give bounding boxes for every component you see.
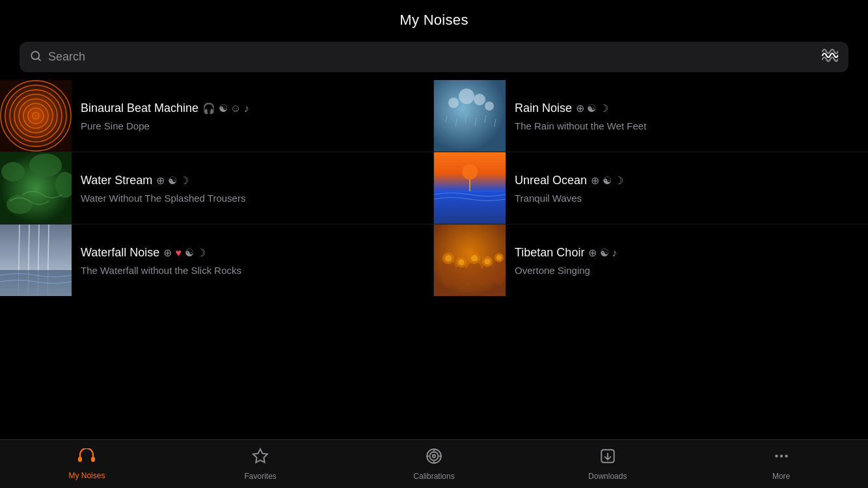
noise-item-binaural[interactable]: Binaural Beat Machine 🎧 ☯ ☺ ♪ Pure Sine … bbox=[0, 80, 434, 152]
noise-info-rain: Rain Noise ⊕ ☯ ☽ The Rain without the We… bbox=[506, 80, 868, 152]
noise-info-unreal-ocean: Unreal Ocean ⊕ ☯ ☽ Tranquil Waves bbox=[506, 152, 868, 224]
nav-item-favorites[interactable]: Favorites bbox=[174, 440, 347, 488]
svg-point-44 bbox=[485, 259, 491, 265]
search-icon bbox=[30, 50, 42, 64]
noise-subtitle-rain: The Rain without the Wet Feet bbox=[515, 120, 859, 131]
svg-rect-46 bbox=[78, 457, 82, 462]
svg-point-22 bbox=[462, 164, 478, 180]
download-icon bbox=[599, 448, 616, 468]
noise-info-binaural: Binaural Beat Machine 🎧 ☯ ☺ ♪ Pure Sine … bbox=[72, 80, 433, 152]
svg-point-35 bbox=[493, 260, 506, 285]
noise-info-tibetan: Tibetan Choir ⊕ ☯ ♪ Overtone Singing bbox=[506, 224, 868, 296]
noise-subtitle-unreal-ocean: Tranquil Waves bbox=[515, 193, 859, 204]
search-bar[interactable] bbox=[20, 42, 848, 72]
svg-point-32 bbox=[454, 265, 468, 288]
star-icon bbox=[252, 448, 269, 468]
dots-icon bbox=[773, 448, 790, 468]
svg-marker-48 bbox=[253, 449, 267, 463]
nav-label-favorites: Favorites bbox=[245, 472, 277, 481]
noise-icons-unreal-ocean: ⊕ ☯ ☽ bbox=[591, 174, 623, 187]
bottom-navigation: My Noises Favorites Calibrations bbox=[0, 439, 868, 488]
svg-point-42 bbox=[459, 260, 465, 265]
svg-point-7 bbox=[474, 94, 485, 105]
svg-line-1 bbox=[38, 58, 40, 60]
svg-point-33 bbox=[467, 261, 482, 287]
wave-icon bbox=[821, 48, 838, 66]
nav-item-my-noises[interactable]: My Noises bbox=[0, 440, 174, 488]
svg-point-59 bbox=[780, 454, 782, 457]
search-input[interactable] bbox=[48, 50, 815, 64]
noise-item-tibetan[interactable]: Tibetan Choir ⊕ ☯ ♪ Overtone Singing bbox=[434, 224, 868, 296]
svg-point-17 bbox=[29, 154, 62, 177]
thumbnail-tibetan bbox=[434, 224, 506, 296]
noise-title-row-waterfall: Waterfall Noise ⊕ ♥ ☯ ☽ bbox=[81, 246, 424, 260]
nav-label-more: More bbox=[772, 472, 790, 481]
noise-info-water-stream: Water Stream ⊕ ☯ ☽ Water Without The Spl… bbox=[72, 152, 433, 224]
noise-title-water-stream: Water Stream bbox=[81, 174, 152, 187]
thumbnail-water-stream bbox=[0, 152, 72, 224]
thumbnail-binaural bbox=[0, 80, 72, 152]
page-header: My Noises bbox=[0, 0, 868, 36]
noise-info-waterfall: Waterfall Noise ⊕ ♥ ☯ ☽ The Waterfall wi… bbox=[72, 224, 433, 296]
nav-label-downloads: Downloads bbox=[588, 472, 627, 481]
svg-rect-47 bbox=[91, 457, 95, 462]
svg-point-6 bbox=[459, 88, 474, 104]
page-title: My Noises bbox=[0, 12, 868, 29]
svg-point-8 bbox=[485, 102, 494, 111]
noise-item-unreal-ocean[interactable]: Unreal Ocean ⊕ ☯ ☽ Tranquil Waves bbox=[434, 152, 868, 224]
nav-item-calibrations[interactable]: Calibrations bbox=[347, 440, 521, 488]
noise-title-unreal-ocean: Unreal Ocean bbox=[515, 174, 587, 187]
noise-subtitle-tibetan: Overtone Singing bbox=[515, 265, 859, 276]
thumbnail-waterfall bbox=[0, 224, 72, 296]
noise-icons-rain: ⊕ ☯ ☽ bbox=[576, 102, 608, 115]
noise-subtitle-binaural: Pure Sine Dope bbox=[81, 120, 424, 131]
target-icon bbox=[426, 448, 442, 468]
noise-icons-tibetan: ⊕ ☯ ♪ bbox=[588, 247, 617, 259]
noise-subtitle-waterfall: The Waterfall without the Slick Rocks bbox=[81, 265, 424, 276]
noise-title-row-rain: Rain Noise ⊕ ☯ ☽ bbox=[515, 102, 859, 115]
noise-title-binaural: Binaural Beat Machine bbox=[81, 102, 198, 115]
noise-subtitle-water-stream: Water Without The Splashed Trousers bbox=[81, 193, 424, 204]
noise-title-row-tibetan: Tibetan Choir ⊕ ☯ ♪ bbox=[515, 246, 859, 260]
svg-point-50 bbox=[429, 452, 438, 460]
noise-title-row-water-stream: Water Stream ⊕ ☯ ☽ bbox=[81, 174, 424, 187]
noise-item-waterfall[interactable]: Waterfall Noise ⊕ ♥ ☯ ☽ The Waterfall wi… bbox=[0, 224, 434, 296]
noise-title-waterfall: Waterfall Noise bbox=[81, 246, 159, 260]
svg-point-58 bbox=[775, 454, 778, 457]
noise-icons-binaural: 🎧 ☯ ☺ ♪ bbox=[202, 102, 249, 115]
svg-point-16 bbox=[1, 162, 25, 182]
noise-item-water-stream[interactable]: Water Stream ⊕ ☯ ☽ Water Without The Spl… bbox=[0, 152, 434, 224]
svg-point-51 bbox=[433, 454, 435, 457]
nav-item-downloads[interactable]: Downloads bbox=[521, 440, 694, 488]
noise-title-rain: Rain Noise bbox=[515, 102, 572, 115]
noise-grid: Binaural Beat Machine 🎧 ☯ ☺ ♪ Pure Sine … bbox=[0, 80, 868, 296]
thumbnail-rain bbox=[434, 80, 506, 152]
svg-point-34 bbox=[480, 265, 495, 287]
svg-point-45 bbox=[496, 255, 502, 260]
noise-item-rain[interactable]: Rain Noise ⊕ ☯ ☽ The Rain without the We… bbox=[434, 80, 868, 152]
nav-label-calibrations: Calibrations bbox=[413, 472, 454, 481]
noise-title-row-binaural: Binaural Beat Machine 🎧 ☯ ☺ ♪ bbox=[81, 102, 424, 115]
noise-icons-water-stream: ⊕ ☯ ☽ bbox=[156, 174, 189, 187]
noise-title-row-unreal-ocean: Unreal Ocean ⊕ ☯ ☽ bbox=[515, 174, 859, 187]
svg-point-49 bbox=[427, 449, 441, 463]
headphone-icon bbox=[77, 448, 96, 468]
noise-icons-waterfall: ⊕ ♥ ☯ ☽ bbox=[163, 247, 206, 259]
nav-label-my-noises: My Noises bbox=[68, 471, 105, 480]
svg-point-43 bbox=[471, 255, 478, 262]
svg-point-60 bbox=[785, 454, 787, 457]
svg-point-41 bbox=[445, 255, 452, 262]
svg-point-5 bbox=[448, 98, 459, 108]
thumbnail-unreal-ocean bbox=[434, 152, 506, 224]
noise-title-tibetan: Tibetan Choir bbox=[515, 246, 584, 260]
nav-item-more[interactable]: More bbox=[694, 440, 868, 488]
